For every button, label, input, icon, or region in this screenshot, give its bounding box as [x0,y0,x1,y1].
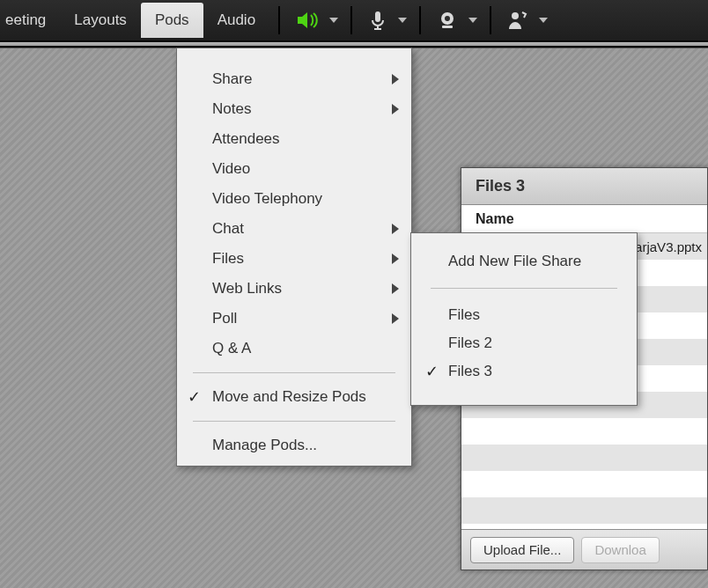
file-row[interactable] [461,418,707,445]
pods-files[interactable]: Files [177,244,411,274]
pods-poll[interactable]: Poll [177,304,411,334]
menubar-divider [350,6,352,34]
speaker-icon [296,11,319,30]
column-header-label: Name [476,211,514,227]
submenu-arrow-icon [392,254,399,264]
submenu-arrow-icon [392,104,399,114]
mic-button[interactable] [363,5,393,35]
column-header-name[interactable]: Name [461,205,707,233]
svg-rect-0 [375,11,380,22]
menu-label: Q & A [212,340,251,357]
file-row[interactable] [461,497,707,524]
menu-label: Web Links [212,280,282,298]
upload-file-button[interactable]: Upload File... [470,537,574,563]
submenu-arrow-icon [392,224,399,234]
speaker-button[interactable] [291,5,324,35]
pods-share[interactable]: Share [177,64,411,94]
menu-label: Poll [212,310,237,327]
download-file-button: Downloa [581,537,659,563]
pods-manage[interactable]: Manage Pods... [177,430,411,460]
pods-web-links[interactable]: Web Links [177,274,411,304]
checkmark-icon: ✓ [188,387,201,407]
webcam-dropdown-caret[interactable] [465,18,481,23]
pods-video[interactable]: Video [177,154,411,184]
files-add-new[interactable]: Add New File Share [411,247,637,276]
menu-label: Notes [212,100,251,118]
checkmark-icon: ✓ [425,362,439,381]
menubar-divider [419,6,421,34]
pods-video-telephony[interactable]: Video Telephony [177,184,411,214]
submenu-arrow-icon [392,313,399,324]
pod-titlebar[interactable]: Files 3 [461,168,707,205]
menu-separator [431,288,617,289]
webcam-icon [437,11,458,30]
files-instance-files2[interactable]: Files 2 [411,329,637,357]
pods-chat[interactable]: Chat [177,214,411,244]
raise-hand-icon [507,10,528,31]
pods-qa[interactable]: Q & A [177,334,411,364]
menu-separator [193,421,395,422]
files-instance-files[interactable]: Files [411,301,637,329]
menu-label: Video Telephony [212,190,322,208]
menu-label: Attendees [212,130,280,148]
menu-label: Files [212,250,244,268]
menu-label: Add New File Share [448,253,581,269]
menu-separator [193,372,395,373]
svg-rect-3 [442,26,453,28]
menu-label: Files 2 [448,334,492,351]
webcam-button[interactable] [431,5,463,35]
raise-hand-dropdown-caret[interactable] [535,18,551,23]
pod-title-text: Files 3 [476,177,525,195]
menu-label: Share [212,70,252,88]
file-row[interactable] [461,471,707,497]
mic-icon [368,10,387,31]
submenu-arrow-icon [392,283,399,294]
submenu-arrow-icon [392,74,399,85]
raise-hand-button[interactable] [502,5,534,35]
menu-label: Chat [212,220,244,238]
pods-move-resize[interactable]: ✓Move and Resize Pods [177,382,411,412]
pods-dropdown: Share Notes Attendees Video Video Teleph… [176,48,412,467]
mic-dropdown-caret[interactable] [395,18,410,23]
menu-meeting[interactable]: eeting [4,3,60,38]
menubar-divider [490,6,491,34]
svg-point-4 [512,12,519,19]
speaker-dropdown-caret[interactable] [326,18,342,23]
menu-label: Files [448,306,480,323]
menu-pods[interactable]: Pods [141,3,203,38]
pod-footer: Upload File... Downloa [461,529,707,570]
svg-point-2 [445,16,450,21]
files-instance-files3[interactable]: ✓Files 3 [411,357,637,386]
menu-label: Video [212,160,250,178]
pods-notes[interactable]: Notes [177,94,411,124]
menu-audio[interactable]: Audio [203,3,269,38]
files-submenu: Add New File Share Files Files 2 ✓Files … [410,232,638,406]
menu-label: Move and Resize Pods [212,388,366,406]
menubar-divider [278,6,280,34]
menu-label: Manage Pods... [212,437,317,454]
pods-attendees[interactable]: Attendees [177,124,411,154]
menu-layouts[interactable]: Layouts [60,3,141,38]
menubar: eeting Layouts Pods Audio [0,0,708,42]
menu-label: Files 3 [448,363,492,379]
file-row[interactable] [461,445,707,471]
